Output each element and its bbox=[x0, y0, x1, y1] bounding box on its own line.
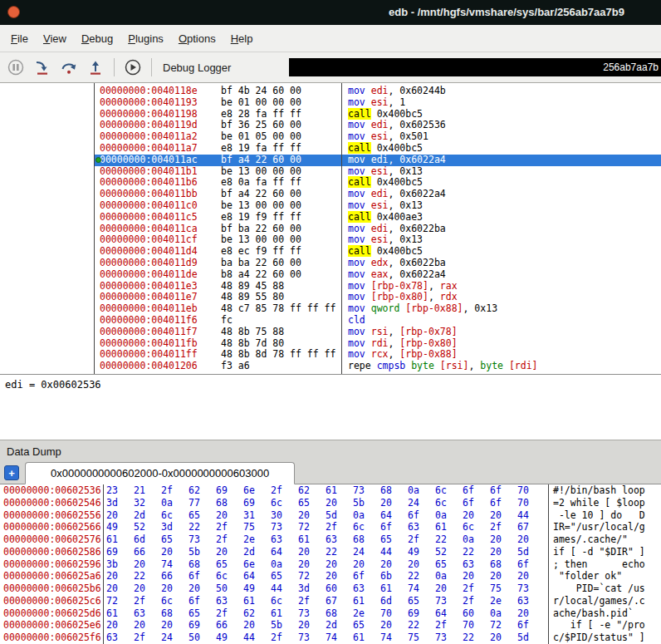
hex-byte[interactable]: 74 bbox=[161, 558, 189, 571]
data-dump-tab[interactable]: 0x0000000000602000-0x0000000000603000 bbox=[25, 462, 295, 484]
hex-byte[interactable]: 6c bbox=[435, 497, 463, 509]
hex-byte[interactable]: 24 bbox=[353, 546, 380, 558]
hex-byte[interactable]: 61 bbox=[106, 607, 134, 620]
hex-byte[interactable]: 20 bbox=[298, 546, 326, 558]
hex-byte[interactable]: 72 bbox=[490, 619, 517, 632]
hex-byte[interactable]: 20 bbox=[298, 558, 326, 571]
hex-row[interactable]: 00000000:00602576616d65732f2e63616368652… bbox=[0, 533, 661, 546]
hex-byte[interactable]: 24 bbox=[161, 632, 189, 644]
hex-byte[interactable]: 61 bbox=[380, 583, 408, 595]
hex-byte[interactable]: 6e bbox=[243, 558, 271, 571]
hex-byte[interactable]: 22 bbox=[134, 570, 161, 583]
hex-row[interactable]: 00000000:00602556202d6c65203130205d0a646… bbox=[0, 509, 661, 522]
hex-byte[interactable]: 20 bbox=[298, 619, 326, 632]
hex-byte[interactable]: 22 bbox=[463, 632, 490, 644]
hex-byte[interactable]: 63 bbox=[134, 607, 161, 620]
hex-byte[interactable]: 6c bbox=[435, 484, 463, 497]
disasm-row[interactable]: 00000000:004011a2be 01 05 00 00mov esi, … bbox=[95, 131, 661, 143]
hex-byte[interactable]: 74 bbox=[408, 583, 435, 595]
hex-byte[interactable]: 22 bbox=[463, 546, 490, 558]
hex-byte[interactable]: 75 bbox=[243, 521, 271, 533]
hex-byte[interactable]: 64 bbox=[435, 607, 463, 620]
hex-byte[interactable]: 6f bbox=[463, 497, 490, 509]
hex-byte[interactable]: 20 bbox=[380, 497, 408, 509]
hex-byte[interactable]: 20 bbox=[161, 546, 189, 558]
hex-byte[interactable]: 61 bbox=[271, 607, 298, 620]
hex-byte[interactable]: 22 bbox=[189, 521, 216, 533]
hex-byte[interactable]: 6d bbox=[380, 595, 408, 607]
disasm-row[interactable]: 00000000:004011e748 89 55 80mov [rbp-0x8… bbox=[95, 292, 661, 303]
hex-byte[interactable]: 65 bbox=[380, 533, 408, 546]
hex-byte[interactable]: 6c bbox=[161, 509, 189, 522]
hex-byte[interactable]: 20 bbox=[106, 570, 134, 583]
hex-byte[interactable]: 65 bbox=[271, 570, 298, 583]
hex-byte[interactable]: 49 bbox=[106, 521, 134, 533]
menu-item-help[interactable]: Help bbox=[223, 28, 261, 49]
hex-byte[interactable]: 52 bbox=[435, 546, 463, 558]
disasm-row[interactable]: 00000000:0040119dbf 36 25 60 00mov edi, … bbox=[95, 120, 661, 131]
hex-byte[interactable]: 61 bbox=[106, 533, 134, 546]
hex-byte[interactable]: 20 bbox=[517, 570, 545, 583]
hex-byte[interactable]: 63 bbox=[216, 595, 243, 607]
hex-byte[interactable]: 5d bbox=[517, 546, 545, 558]
hex-byte[interactable]: 6e bbox=[243, 484, 271, 497]
hex-byte[interactable]: 65 bbox=[353, 619, 380, 632]
hex-byte[interactable]: 62 bbox=[243, 607, 271, 620]
hex-row[interactable]: 00000000:006025b6202020205049443d6063617… bbox=[0, 583, 661, 595]
hex-byte[interactable]: 64 bbox=[243, 570, 271, 583]
hex-row[interactable]: 00000000:006025f6632f245049442f737461747… bbox=[0, 632, 661, 644]
disasm-row[interactable]: 00000000:004011a7e8 19 fa ff ffcall 0x40… bbox=[95, 143, 661, 155]
hex-byte[interactable]: 0a bbox=[353, 509, 380, 522]
hex-byte[interactable]: 20 bbox=[380, 558, 408, 571]
step-over-button[interactable] bbox=[58, 57, 80, 78]
hex-byte[interactable]: 77 bbox=[189, 497, 216, 509]
hex-byte[interactable]: 22 bbox=[435, 533, 463, 546]
hex-byte[interactable]: 73 bbox=[435, 595, 463, 607]
hex-byte[interactable]: 66 bbox=[216, 619, 243, 632]
hex-byte[interactable]: 6f bbox=[380, 521, 408, 533]
step-out-button[interactable] bbox=[85, 57, 106, 78]
hex-byte[interactable]: 22 bbox=[326, 546, 353, 558]
hex-byte[interactable]: 2f bbox=[161, 484, 189, 497]
hex-byte[interactable]: 63 bbox=[326, 533, 353, 546]
hex-byte[interactable]: 20 bbox=[435, 583, 463, 595]
menu-item-debug[interactable]: Debug bbox=[74, 28, 120, 49]
disasm-row[interactable]: 00000000:004011eb48 c7 85 78 ff ff ff 1…… bbox=[95, 303, 661, 315]
disasm-row[interactable]: 00000000:004011f748 8b 75 88mov rsi, [rb… bbox=[95, 327, 661, 338]
hex-byte[interactable]: 6f bbox=[517, 558, 545, 571]
hex-byte[interactable]: 6c bbox=[161, 595, 189, 607]
hex-byte[interactable]: 6f bbox=[490, 497, 517, 509]
hex-byte[interactable]: 3b bbox=[106, 558, 134, 571]
hex-byte[interactable]: 65 bbox=[189, 509, 216, 522]
hex-byte[interactable]: 2f bbox=[490, 521, 517, 533]
hex-byte[interactable]: 66 bbox=[161, 570, 189, 583]
disasm-row[interactable]: 00000000:004011ff48 8b 8d 78 ff ff ffmov… bbox=[95, 349, 661, 361]
disasm-row[interactable]: 00000000:004011b1be 13 00 00 00mov esi, … bbox=[95, 166, 661, 178]
disasm-row[interactable]: 00000000:00401198e8 28 fa ff ffcall 0x40… bbox=[95, 109, 661, 120]
hex-byte[interactable]: 61 bbox=[326, 484, 353, 497]
hex-byte[interactable]: 73 bbox=[298, 607, 326, 620]
hex-byte[interactable]: 2f bbox=[298, 595, 326, 607]
hex-byte[interactable]: 2d bbox=[243, 546, 271, 558]
hex-byte[interactable]: 69 bbox=[408, 607, 435, 620]
hex-byte[interactable]: 0a bbox=[435, 570, 463, 583]
hex-byte[interactable]: 68 bbox=[353, 533, 380, 546]
hex-byte[interactable]: 2f bbox=[271, 484, 298, 497]
disasm-row[interactable]: 00000000:004011bbbf a4 22 60 00mov edi, … bbox=[95, 189, 661, 200]
hex-byte[interactable]: 20 bbox=[298, 509, 326, 522]
hex-byte[interactable]: 21 bbox=[134, 484, 161, 497]
hex-byte[interactable]: 69 bbox=[243, 497, 271, 509]
hex-byte[interactable]: 60 bbox=[326, 583, 353, 595]
hex-byte[interactable]: 2e bbox=[353, 607, 380, 620]
hex-byte[interactable]: 50 bbox=[216, 583, 243, 595]
hex-byte[interactable]: 3d bbox=[161, 521, 189, 533]
hex-byte[interactable]: 6f bbox=[490, 484, 517, 497]
hex-byte[interactable]: 31 bbox=[243, 509, 271, 522]
run-button[interactable] bbox=[122, 57, 144, 78]
hex-byte[interactable]: 20 bbox=[134, 558, 161, 571]
hex-byte[interactable]: 49 bbox=[216, 632, 243, 644]
hex-byte[interactable]: 22 bbox=[408, 619, 435, 632]
hex-byte[interactable]: 6c bbox=[216, 570, 243, 583]
hex-byte[interactable]: 20 bbox=[408, 558, 435, 571]
hex-byte[interactable]: 0a bbox=[271, 558, 298, 571]
